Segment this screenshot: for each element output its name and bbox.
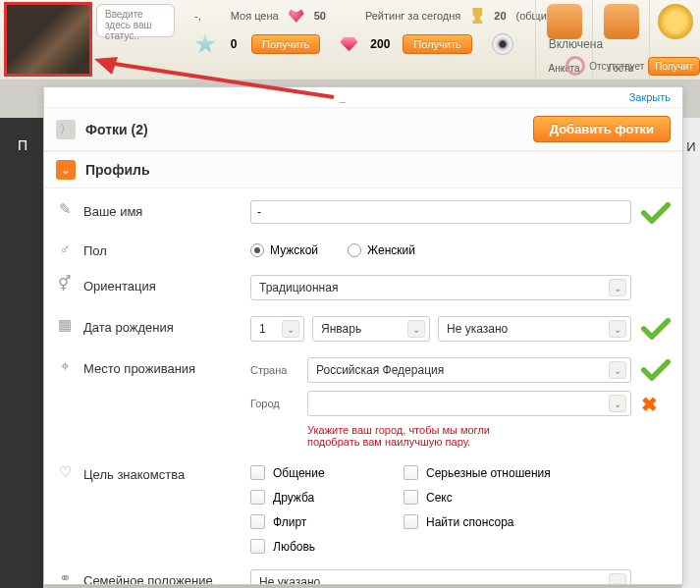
row-city: Город ⌄ Укажите ваш город, чтобы мы могл…: [44, 391, 682, 455]
cb-label: Найти спонсора: [426, 515, 514, 529]
cb-label: Любовь: [273, 540, 315, 554]
ring-icon: [565, 56, 585, 76]
error-icon: ✖: [641, 394, 658, 415]
profile-icon: [547, 4, 582, 39]
city-sublabel: Город: [250, 398, 299, 409]
orientation-select[interactable]: Традиционная⌄: [250, 275, 631, 300]
get-stars-button[interactable]: Получить: [251, 34, 320, 54]
row-location: ⌖ Место проживания Страна Российская Фед…: [44, 349, 682, 391]
profile-modal: _ Закрыть 〉 Фотки (2) Добавить фотки ⌄ П…: [43, 86, 683, 585]
cb-serious[interactable]: Серьезные отношения: [404, 465, 600, 480]
goal-label: Цель знакомства: [83, 463, 241, 482]
radio-female-label: Женский: [367, 243, 415, 257]
rating-label: Рейтинг за сегодня: [365, 10, 460, 22]
dob-label: Дата рождения: [83, 316, 241, 335]
photos-title: Фотки (2): [85, 122, 148, 137]
top-header: Введите здесь ваш статус.. -, Моя цена 5…: [0, 0, 700, 80]
price-label: Моя цена: [231, 10, 279, 22]
modal-dash: _: [340, 91, 346, 103]
caret-icon: ⌄: [282, 320, 299, 338]
trophy-icon: [470, 8, 484, 24]
marital-value: Не указано: [259, 575, 320, 584]
absent-label: Отсутствует: [589, 61, 644, 72]
name-input[interactable]: [250, 200, 631, 224]
close-link[interactable]: Закрыть: [629, 91, 671, 103]
star-icon: [194, 33, 216, 55]
city-error-text: Укажите ваш город, чтобы мы могли подобр…: [250, 424, 525, 448]
bg-letter-left: П: [18, 137, 27, 153]
heart-outline-icon: ♡: [59, 463, 72, 481]
header-dash: -,: [194, 10, 201, 22]
city-select[interactable]: ⌄: [307, 391, 631, 416]
radio-female[interactable]: Женский: [348, 243, 415, 257]
marital-label: Семейное положение: [83, 569, 241, 584]
radio-male[interactable]: Мужской: [250, 243, 318, 257]
caret-icon: ⌄: [609, 279, 626, 296]
pencil-icon: ✎: [59, 200, 72, 218]
dob-month-select[interactable]: Январь⌄: [312, 316, 430, 342]
add-photos-button[interactable]: Добавить фотки: [533, 116, 671, 142]
dob-year-select[interactable]: Не указано⌄: [438, 316, 631, 342]
row-name: ✎ Ваше имя: [44, 192, 682, 232]
right-strip: И: [682, 118, 700, 588]
radio-male-label: Мужской: [270, 243, 318, 257]
luck-icon: [658, 4, 693, 39]
get-ring-button[interactable]: Получит: [648, 57, 700, 76]
cb-sponsor[interactable]: Найти спонсора: [404, 514, 600, 529]
gender-icon: ♂: [59, 241, 70, 257]
avatar-highlight[interactable]: [4, 2, 92, 77]
cb-label: Флирт: [273, 515, 306, 529]
check-icon: [641, 359, 671, 381]
cb-chat[interactable]: Общение: [250, 465, 388, 480]
guests-icon: [604, 4, 639, 39]
name-label: Ваше имя: [83, 200, 241, 219]
photos-section-header[interactable]: 〉 Фотки (2) Добавить фотки: [44, 107, 682, 151]
orientation-icon: ⚥: [58, 275, 72, 293]
caret-icon: ⌄: [609, 395, 626, 412]
user-avatar: [7, 5, 89, 74]
calendar-icon: ▦: [58, 316, 72, 334]
price-value: 50: [314, 10, 326, 22]
caret-icon: ⌄: [609, 573, 626, 584]
eye-icon[interactable]: [492, 33, 513, 55]
caret-icon: ⌄: [407, 320, 425, 338]
country-select[interactable]: Российская Федерация⌄: [307, 357, 631, 383]
dob-day-select[interactable]: 1⌄: [250, 316, 304, 342]
location-label: Место проживания: [83, 357, 241, 376]
marital-select[interactable]: Не указано⌄: [250, 569, 631, 584]
cb-flirt[interactable]: Флирт: [250, 514, 388, 529]
chevron-down-icon: ⌄: [56, 160, 76, 180]
cb-label: Секс: [426, 491, 453, 505]
bg-letter-right: И: [686, 139, 695, 154]
left-dark-strip: [0, 118, 43, 588]
star-count: 0: [222, 37, 245, 51]
orientation-value: Традиционная: [259, 281, 338, 294]
rating-value: 20: [494, 10, 506, 22]
country-sublabel: Страна: [250, 364, 299, 376]
cb-sex[interactable]: Секс: [404, 490, 600, 505]
cb-love[interactable]: Любовь: [250, 539, 388, 554]
caret-icon: ⌄: [609, 320, 626, 338]
heart-icon: [289, 9, 304, 23]
dob-year: Не указано: [447, 322, 508, 336]
row-gender: ♂ Пол Мужской Женский: [44, 232, 682, 267]
profile-section-header[interactable]: ⌄ Профиль: [44, 151, 682, 188]
dob-day: 1: [259, 322, 266, 336]
country-value: Российская Федерация: [316, 363, 444, 377]
cb-label: Серьезные отношения: [426, 466, 551, 480]
get-diamonds-button[interactable]: Получить: [403, 34, 471, 54]
row-orientation: ⚥ Ориентация Традиционная⌄: [44, 267, 682, 308]
pin-icon: ⌖: [61, 357, 69, 375]
caret-icon: ⌄: [609, 361, 626, 379]
status-input[interactable]: Введите здесь ваш статус..: [96, 4, 175, 37]
row-goal: ♡ Цель знакомства Общение Серьезные отно…: [44, 455, 682, 561]
row-marital: ⚭ Семейное положение Не указано⌄: [44, 561, 682, 584]
orientation-label: Ориентация: [83, 275, 241, 294]
rings-icon: ⚭: [59, 569, 72, 584]
cb-friend[interactable]: Дружба: [250, 490, 388, 505]
check-icon: [641, 318, 671, 340]
gender-label: Пол: [83, 240, 241, 258]
diamond-count: 200: [363, 37, 397, 51]
check-icon: [641, 202, 671, 224]
chevron-right-icon: 〉: [56, 120, 76, 139]
